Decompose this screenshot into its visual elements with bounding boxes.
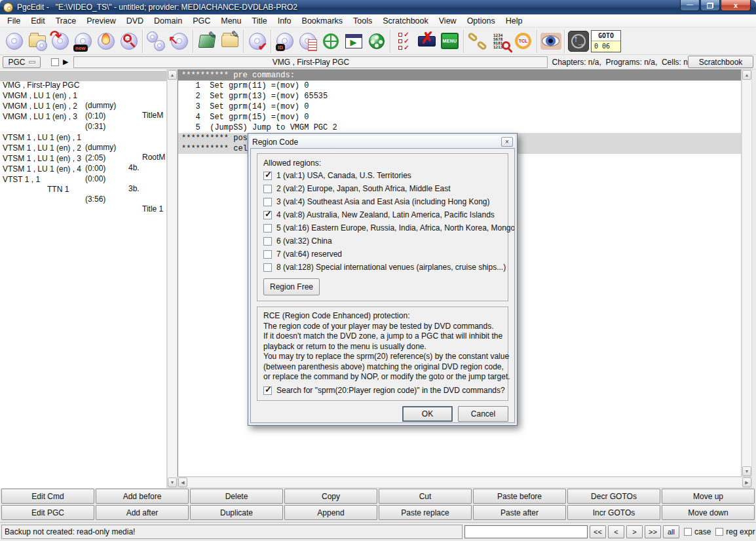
region-5-row[interactable]: ✓ 5 (val:16) Eastern Europe, Russia, Ind… (263, 223, 502, 236)
list-item[interactable]: VMG , First-Play PGC (0, 71, 166, 81)
new-dvd-icon[interactable]: new (71, 29, 94, 54)
incr-gotos-button[interactable]: Incr GOTOs (567, 505, 660, 520)
copy-button[interactable]: Copy (284, 489, 377, 504)
menu-view[interactable]: View (434, 15, 462, 27)
ok-button[interactable]: OK (402, 406, 453, 422)
command-line[interactable]: 5 (JumpSS) Jump to VMGM PGC 2 (178, 122, 741, 133)
scroll-left-button[interactable]: ◀ (178, 477, 187, 487)
add-after-button[interactable]: Add after (96, 505, 189, 520)
list-item[interactable]: VMGM , LU 1 (en) , 2 (0:10) (0, 92, 166, 102)
edit-cmd-button[interactable]: Edit Cmd (1, 489, 94, 504)
search-next-button[interactable]: > (626, 525, 643, 538)
web-globe-icon[interactable] (319, 29, 342, 54)
list-item[interactable]: VMGM , LU 1 (en) , 3 (0:31) (0, 102, 166, 113)
region-6-checkbox[interactable]: ✓ (263, 237, 272, 246)
decr-gotos-button[interactable]: Decr GOTOs (567, 489, 660, 504)
paste-after-button[interactable]: Paste after (473, 505, 566, 520)
goto-toggle-button[interactable]: ↑ → (567, 29, 590, 54)
menu-domain[interactable]: Domain (149, 15, 187, 27)
menu-edit[interactable]: Edit (26, 15, 50, 27)
paste-pgc-icon[interactable]: ↖ (168, 29, 191, 54)
delete-button[interactable]: Delete (190, 489, 283, 504)
region-2-row[interactable]: ✓ 2 (val:2) Europe, Japan, South Africa,… (263, 183, 502, 196)
region-2-checkbox[interactable]: ✓ (263, 185, 272, 193)
reload-dvd-icon[interactable]: ↷ (48, 29, 71, 54)
command-line[interactable]: 2 Set gprm(13) =(mov) 65535 (178, 91, 741, 102)
region-3-checkbox[interactable]: ✓ (263, 198, 272, 206)
region-4-row[interactable]: ✓ 4 (val:8) Australia, New Zealand, Lati… (263, 210, 502, 223)
edit-pgc-icon[interactable]: ✎ (218, 29, 241, 54)
section-header-selected[interactable]: ********** pre commands: (178, 70, 741, 81)
log-document-icon[interactable] (296, 29, 319, 54)
command-line[interactable]: 1 Set gprm(11) =(mov) 0 (178, 81, 741, 91)
search-first-button[interactable]: << (590, 525, 606, 538)
menu-trace[interactable]: Trace (50, 15, 82, 27)
paste-before-button[interactable]: Paste before (473, 489, 566, 504)
menu-help[interactable]: Help (501, 15, 528, 27)
menu-title[interactable]: Title (247, 15, 273, 27)
close-button[interactable]: x (721, 0, 751, 11)
regexpr-checkbox[interactable] (715, 528, 723, 536)
edit-pgc-button[interactable]: Edit PGC (1, 505, 94, 520)
preview-dvd-icon[interactable] (117, 29, 140, 54)
list-item[interactable]: VTSM 1 , LU 1 (en) , 1 (dummy) RootM (0, 123, 166, 134)
search-sprm-checkbox[interactable]: ✓ (263, 386, 272, 395)
pgc-list-scrollbar[interactable]: ▲ ▼ (167, 69, 178, 488)
command-vertical-scrollbar[interactable]: ▲ ▼ (742, 69, 752, 477)
region-5-checkbox[interactable]: ✓ (263, 224, 272, 233)
minimize-button[interactable]: — (680, 0, 700, 11)
add-before-button[interactable]: Add before (96, 489, 189, 504)
menu-file[interactable]: File (2, 15, 26, 27)
move-up-button[interactable]: Move up (662, 489, 755, 504)
copy-pgc-icon[interactable] (145, 29, 168, 54)
move-down-button[interactable]: Move down (662, 505, 755, 520)
search-last-button[interactable]: >> (645, 525, 661, 538)
paste-replace-button[interactable]: Paste replace (379, 505, 472, 520)
find-numbers-icon[interactable]: 1234 5678 9101 1213 (489, 29, 512, 54)
eye-preview-icon[interactable] (539, 29, 562, 54)
menu-dvd[interactable]: DVD (121, 15, 149, 27)
region-7-row[interactable]: ✓ 7 (val:64) reserved (263, 249, 502, 262)
menu-tools[interactable]: Tools (348, 15, 377, 27)
cancel-button[interactable]: Cancel (458, 406, 508, 422)
menu-bookmarks[interactable]: Bookmarks (297, 15, 349, 27)
dialog-close-button[interactable]: × (501, 137, 513, 147)
region-8-row[interactable]: ✓ 8 (val:128) Special international venu… (263, 262, 502, 275)
cut-button[interactable]: Cut (379, 489, 472, 504)
checklist-icon[interactable]: ✓ ✓ ✓ (392, 29, 415, 54)
case-checkbox[interactable] (684, 528, 692, 536)
list-item[interactable]: VMGM , LU 1 (en) , 1 (dummy) TitleM (0, 81, 166, 92)
pgc-checkbox[interactable] (51, 58, 59, 66)
search-sprm-row[interactable]: ✓ Search for "sprm(20:Player region code… (263, 385, 502, 398)
menu-menu[interactable]: Menu (216, 15, 246, 27)
scroll-up-button[interactable]: ▲ (168, 70, 177, 80)
open-folder-icon[interactable] (26, 29, 48, 54)
menu-scratchbook[interactable]: Scratchbook (377, 15, 433, 27)
search-prev-button[interactable]: < (608, 525, 624, 538)
region-7-checkbox[interactable]: ✓ (263, 250, 272, 259)
burn-dvd-icon[interactable] (94, 29, 117, 54)
search-all-button[interactable]: all (663, 525, 679, 538)
scratchbook-button[interactable]: Scratchbook (688, 56, 753, 68)
open-dvd-icon[interactable] (3, 29, 26, 54)
list-item[interactable]: VTSM 1 , LU 1 (en) , 4 (0:00) 3b. (0, 155, 166, 165)
check-dvd-icon[interactable]: ✔ (246, 29, 269, 54)
restore-button[interactable] (700, 0, 720, 11)
search-input[interactable] (464, 525, 588, 538)
region-4-checkbox[interactable]: ✓ (263, 211, 272, 219)
scroll-up-button[interactable]: ▲ (742, 70, 751, 80)
menu-info[interactable]: Info (273, 15, 297, 27)
list-item[interactable]: VTSM 1 , LU 1 (en) , 3 (0:00) (0, 144, 166, 155)
append-button[interactable]: Append (284, 505, 377, 520)
links-icon[interactable] (466, 29, 489, 54)
list-item[interactable]: VTSM 1 , LU 1 (en) , 2 (2:05) 4b. (0, 134, 166, 144)
edit-commands-icon[interactable]: ✎ (195, 29, 218, 54)
set-id-icon[interactable]: ID (273, 29, 296, 54)
dialog-titlebar[interactable]: Region Code × (250, 136, 515, 148)
region-6-row[interactable]: ✓ 6 (val:32) China (263, 236, 502, 249)
scroll-down-button[interactable]: ▼ (168, 477, 177, 487)
region-1-checkbox[interactable]: ✓ (263, 172, 272, 180)
menu-editor-icon[interactable]: MENU (438, 29, 461, 54)
pgc-selector-button[interactable]: PGC (3, 56, 41, 68)
region-8-checkbox[interactable]: ✓ (263, 263, 272, 272)
